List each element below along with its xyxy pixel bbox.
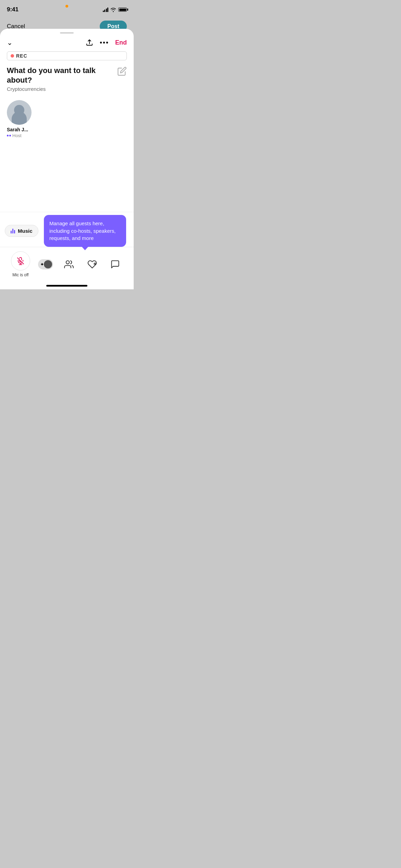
upload-icon[interactable] (85, 38, 94, 47)
svg-point-1 (66, 261, 69, 264)
wifi-icon (110, 8, 116, 12)
status-bar: 9:41 (0, 0, 134, 16)
rec-badge: REC (7, 51, 127, 60)
avatar-head (14, 105, 24, 115)
mic-button[interactable] (11, 251, 30, 270)
orange-dot (65, 5, 68, 8)
space-title: What do you want to talk about? (7, 66, 114, 85)
status-icons (103, 7, 127, 12)
host-role-row: Host (7, 133, 127, 138)
mic-off-label: Mic is off (12, 273, 28, 277)
header-left: ⌄ (7, 38, 13, 47)
people-button[interactable] (61, 257, 76, 272)
toggle-knob (44, 260, 52, 268)
end-button[interactable]: End (115, 39, 127, 46)
follow-button[interactable] (85, 257, 100, 272)
sheet-header: ⌄ ••• End (0, 34, 134, 50)
music-label: Music (18, 228, 33, 234)
heart-plus-icon (87, 260, 97, 269)
music-button[interactable]: Music (5, 225, 38, 237)
bottom-sheet: ⌄ ••• End REC What do you want to talk a… (0, 29, 134, 289)
home-indicator (46, 285, 87, 287)
space-subtitle: Cryptocurrencies (0, 86, 134, 97)
edit-icon[interactable] (117, 67, 127, 76)
chevron-down-icon[interactable]: ⌄ (7, 38, 13, 47)
battery-icon (118, 8, 127, 12)
header-right: ••• End (85, 38, 127, 47)
tooltip-text: Manage all guests here, including co-hos… (49, 220, 116, 241)
mic-section: Mic is off (11, 251, 30, 277)
status-time: 9:41 (7, 6, 19, 13)
space-title-row: What do you want to talk about? (0, 64, 134, 86)
toggle-track: ✦ (38, 259, 53, 269)
host-dot-2 (9, 135, 11, 136)
mic-off-icon (16, 257, 25, 265)
sheet-footer: Music Manage all guests here, including … (0, 212, 134, 283)
music-tooltip-row: Music Manage all guests here, including … (0, 212, 134, 247)
host-name: Sarah J... (7, 127, 127, 132)
host-avatar-container (7, 100, 32, 125)
chat-button[interactable] (108, 257, 123, 272)
music-bars-icon (11, 228, 15, 233)
rec-dot (11, 54, 14, 58)
rec-label: REC (16, 53, 27, 59)
more-icon[interactable]: ••• (100, 39, 109, 47)
signal-icon (103, 7, 109, 12)
host-dot-1 (7, 135, 9, 136)
host-section: Sarah J... Host (0, 97, 134, 141)
sparkle-toggle[interactable]: ✦ (38, 257, 53, 272)
host-role-text: Host (12, 133, 22, 138)
people-icon (64, 260, 74, 269)
host-dots (7, 135, 11, 136)
tooltip-container: Manage all guests here, including co-hos… (44, 215, 126, 247)
tooltip-bubble: Manage all guests here, including co-hos… (44, 215, 126, 247)
action-bar: Mic is off ✦ (0, 247, 134, 283)
tooltip-arrow (82, 246, 88, 250)
chat-icon (110, 260, 120, 269)
